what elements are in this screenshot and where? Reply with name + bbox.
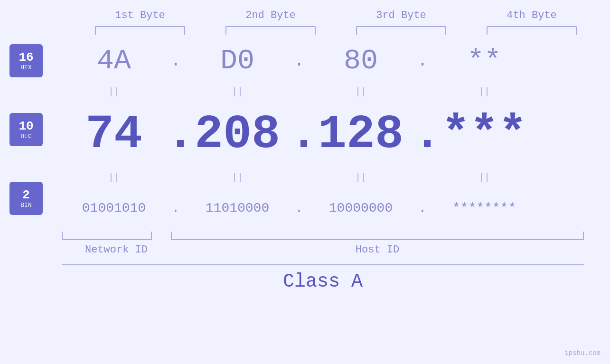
bin-b3-cell: 10000000 — [309, 201, 413, 215]
eq2-b2: || — [185, 172, 290, 183]
main-container: 1st Byte 2nd Byte 3rd Byte 4th Byte 16 H… — [0, 0, 610, 364]
dec-badge-row: 10 DEC — [9, 96, 62, 163]
dot-bin-2: . — [290, 201, 309, 215]
bin-b1-cell: 01001010 — [62, 201, 166, 215]
hex-b1: 4A — [97, 45, 131, 77]
hex-b3-cell: 80 — [309, 45, 413, 77]
bin-b1: 01001010 — [82, 201, 146, 215]
byte2-header: 2nd Byte — [218, 9, 323, 21]
eq2-b3: || — [309, 172, 413, 183]
bin-b4: ******** — [452, 201, 516, 215]
dec-b1: 74 — [85, 108, 142, 161]
dec-b4-cell: *** — [432, 108, 536, 161]
hex-b4: ** — [467, 45, 501, 77]
dec-b1-cell: 74 — [62, 108, 166, 161]
hex-badge-number: 16 — [19, 51, 33, 64]
rows-and-badges: 16 HEX 10 DEC 2 BIN — [0, 39, 610, 292]
eq1-b4: || — [432, 86, 536, 97]
dot-bin-3: . — [413, 201, 432, 215]
bracket-b4 — [487, 26, 577, 35]
bin-row: 01001010 . 11010000 . 10000000 . *******… — [62, 187, 584, 229]
eq2-b4: || — [432, 172, 536, 183]
hex-badge-row: 16 HEX — [9, 39, 62, 82]
bin-badge-row: 2 BIN — [9, 177, 62, 220]
dot-dec-3: . — [413, 108, 432, 161]
eq1-b1: || — [62, 86, 166, 97]
hex-b2-cell: D0 — [185, 45, 290, 77]
eq2-b1: || — [62, 172, 166, 183]
eq1-b2: || — [185, 86, 290, 97]
dec-badge-number: 10 — [19, 120, 33, 132]
byte3-header: 3rd Byte — [349, 9, 453, 21]
eq1-b3: || — [309, 86, 413, 97]
byte4-header: 4th Byte — [479, 9, 584, 21]
host-id-label: Host ID — [171, 244, 584, 256]
bracket-b3 — [356, 26, 446, 35]
dec-b3-cell: 128 — [309, 108, 413, 161]
hex-b4-cell: ** — [432, 45, 536, 77]
bin-b3: 10000000 — [329, 201, 393, 215]
bin-b2-cell: 11010000 — [185, 201, 290, 215]
dec-badge: 10 DEC — [9, 113, 43, 146]
network-bracket — [62, 232, 152, 240]
equals-row-2: || || || || — [62, 170, 584, 184]
bracket-b2 — [225, 26, 316, 35]
hex-badge-label: HEX — [20, 65, 31, 71]
dot-bin-1: . — [166, 201, 185, 215]
dec-row: 74 . 208 . 128 . *** — [62, 101, 584, 168]
hex-b3: 80 — [344, 45, 378, 77]
dot-dec-2: . — [290, 108, 309, 161]
bin-badge-label: BIN — [20, 202, 31, 208]
badges-wrapper: 16 HEX 10 DEC 2 BIN — [0, 39, 62, 292]
bottom-brackets — [62, 232, 584, 240]
class-label: Class A — [62, 271, 584, 292]
host-bracket — [171, 232, 584, 240]
hex-badge: 16 HEX — [9, 44, 43, 77]
network-id-label: Network ID — [62, 244, 171, 256]
dot-hex-3: . — [413, 51, 432, 71]
bin-badge-number: 2 — [22, 189, 30, 201]
id-labels: Network ID Host ID — [62, 244, 584, 256]
equals-row-1: || || || || — [62, 84, 584, 99]
dec-b4: *** — [441, 108, 527, 161]
watermark: ipshu.com — [564, 349, 601, 357]
hex-row: 4A . D0 . 80 . ** — [62, 39, 584, 82]
dot-hex-2: . — [290, 51, 309, 71]
hex-b2: D0 — [220, 45, 254, 77]
bin-b4-cell: ******** — [432, 201, 536, 215]
bin-badge: 2 BIN — [9, 182, 43, 215]
dec-b2: 208 — [195, 108, 280, 161]
byte-headers: 1st Byte 2nd Byte 3rd Byte 4th Byte — [75, 9, 597, 21]
class-bracket-line — [62, 264, 584, 265]
hex-b1-cell: 4A — [62, 45, 166, 77]
dot-dec-1: . — [166, 108, 185, 161]
top-brackets — [75, 26, 597, 35]
dec-badge-label: DEC — [20, 133, 31, 140]
class-bracket-container: Class A — [62, 264, 584, 292]
dec-b2-cell: 208 — [185, 108, 290, 161]
dot-hex-1: . — [166, 51, 185, 71]
bin-b2: 11010000 — [206, 201, 269, 215]
all-value-rows: 4A . D0 . 80 . ** || || — [62, 39, 584, 292]
bracket-b1 — [95, 26, 185, 35]
dec-b3: 128 — [318, 108, 404, 161]
byte1-header: 1st Byte — [88, 9, 192, 21]
